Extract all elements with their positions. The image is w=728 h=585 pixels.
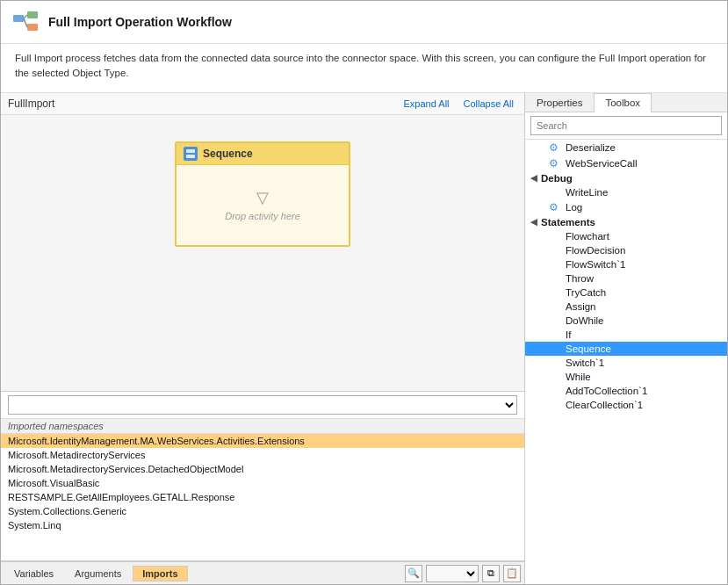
sequence-body: ▽ Drop activity here — [177, 165, 349, 245]
sequence-header: Sequence — [177, 143, 349, 165]
tab-imports[interactable]: Imports — [133, 566, 187, 581]
workflow-actions: Expand All Collapse All — [400, 97, 517, 111]
toolbox-item[interactable]: WriteLine — [525, 185, 727, 199]
search-icon-button[interactable]: 🔍 — [405, 565, 422, 582]
bottom-panel: Imported namespaces Microsoft.IdentityMa… — [1, 391, 524, 584]
list-item[interactable]: Microsoft.IdentityManagement.MA.WebServi… — [1, 434, 524, 448]
sequence-icon — [184, 147, 198, 161]
collapse-icon: ◀ — [530, 173, 537, 183]
sequence-label: Sequence — [203, 148, 253, 160]
list-item[interactable]: System.Collections.Generic — [1, 504, 524, 518]
toolbox-section-statements[interactable]: ◀Statements — [525, 215, 727, 229]
list-item[interactable]: Microsoft.VisualBasic — [1, 476, 524, 490]
toolbox-item[interactable]: TryCatch — [525, 285, 727, 300]
toolbox-item[interactable]: Switch`1 — [525, 356, 727, 370]
expand-all-button[interactable]: Expand All — [400, 97, 453, 111]
toolbox-item[interactable]: If — [525, 328, 727, 342]
list-item[interactable]: Microsoft.MetadirectoryServices — [1, 448, 524, 462]
item-icon: ⚙ — [546, 141, 560, 154]
toolbox-item[interactable]: DoWhile — [525, 314, 727, 328]
toolbox-item[interactable]: Throw — [525, 271, 727, 285]
svg-line-3 — [24, 15, 27, 18]
collapse-icon: ◀ — [530, 217, 537, 227]
page-title: Full Import Operation Workflow — [48, 15, 232, 29]
toolbox-item[interactable]: ⚙Log — [525, 199, 727, 215]
tab-arguments[interactable]: Arguments — [65, 566, 131, 581]
toolbox-item[interactable]: ClearCollection`1 — [525, 398, 727, 412]
toolbox-item[interactable]: Assign — [525, 300, 727, 314]
list-item[interactable]: System.Linq — [1, 518, 524, 532]
tab-variables[interactable]: Variables — [4, 566, 63, 581]
list-item[interactable]: Microsoft.MetadirectoryServices.Detached… — [1, 462, 524, 476]
toolbox-item[interactable]: ⚙Deserialize — [525, 140, 727, 155]
panel-tab-properties[interactable]: Properties — [525, 93, 594, 112]
right-panel: PropertiesToolbox ⚙Deserialize⚙WebServic… — [525, 93, 727, 585]
svg-rect-0 — [13, 15, 24, 22]
namespace-table: Imported namespaces Microsoft.IdentityMa… — [1, 419, 524, 561]
content-area: FullImport Expand All Collapse All — [1, 93, 727, 585]
toolbox-item[interactable]: ⚙WebServiceCall — [525, 155, 727, 171]
title-bar: Full Import Operation Workflow — [1, 1, 727, 44]
svg-rect-2 — [27, 24, 38, 31]
dropdown-row — [1, 392, 524, 419]
drop-text: Drop activity here — [225, 211, 300, 221]
search-input[interactable] — [530, 116, 722, 135]
toolbox-item[interactable]: Flowchart — [525, 229, 727, 243]
panel-tabs: PropertiesToolbox — [525, 93, 727, 112]
bottom-tab-actions: 🔍 ⧉ 📋 — [405, 565, 521, 582]
item-icon: ⚙ — [546, 157, 560, 170]
list-item[interactable]: RESTSAMPLE.GetAllEmployees.GETALL.Respon… — [1, 490, 524, 504]
main-window: Full Import Operation Workflow Full Impo… — [0, 0, 728, 585]
toolbox-section-debug[interactable]: ◀Debug — [525, 171, 727, 185]
collapse-all-button[interactable]: Collapse All — [460, 97, 517, 111]
svg-rect-6 — [186, 155, 195, 158]
workflow-icon — [11, 8, 40, 36]
bottom-tabs: VariablesArgumentsImports 🔍 ⧉ 📋 — [1, 561, 524, 584]
paste-icon-button[interactable]: 📋 — [503, 565, 521, 582]
workflow-header: FullImport Expand All Collapse All — [1, 93, 524, 115]
item-icon: ⚙ — [546, 201, 560, 213]
toolbox-item[interactable]: FlowSwitch`1 — [525, 257, 727, 271]
description: Full Import process fetches data from th… — [1, 44, 727, 93]
toolbox-search — [525, 112, 727, 140]
toolbox-item[interactable]: AddToCollection`1 — [525, 384, 727, 398]
panel-tab-toolbox[interactable]: Toolbox — [594, 93, 652, 112]
workflow-title: FullImport — [8, 98, 54, 110]
toolbox-item[interactable]: FlowDecision — [525, 243, 727, 257]
toolbox-item[interactable]: While — [525, 370, 727, 384]
namespace-dropdown[interactable] — [8, 395, 517, 415]
svg-rect-5 — [186, 149, 195, 153]
toolbox-item[interactable]: Sequence — [525, 342, 727, 356]
namespace-select-dropdown[interactable] — [426, 565, 479, 582]
workflow-canvas: Sequence ▽ Drop activity here — [1, 115, 524, 392]
svg-rect-1 — [27, 11, 38, 18]
svg-line-4 — [24, 18, 27, 27]
toolbox-list: ⚙Deserialize⚙WebServiceCall◀DebugWriteLi… — [525, 140, 727, 585]
namespace-header: Imported namespaces — [1, 419, 524, 434]
drop-arrow-icon: ▽ — [256, 188, 269, 207]
left-panel: FullImport Expand All Collapse All — [1, 93, 525, 585]
copy-icon-button[interactable]: ⧉ — [482, 565, 500, 582]
sequence-box: Sequence ▽ Drop activity here — [175, 141, 350, 247]
